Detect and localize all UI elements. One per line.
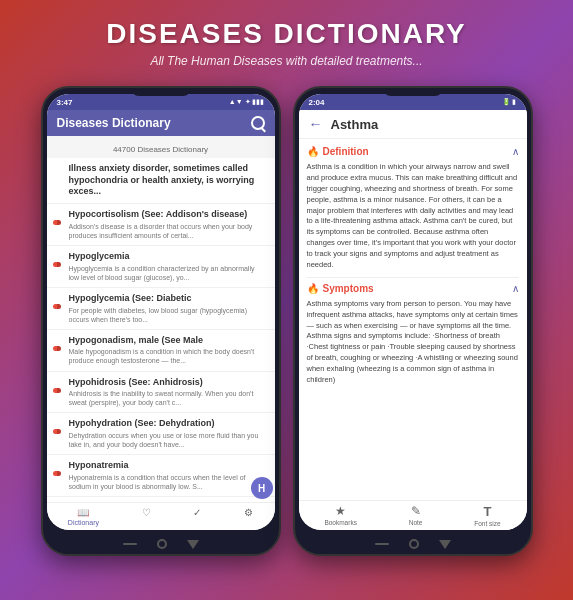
list-item[interactable]: Hyponatremia Hyponatremia is a condition…	[47, 455, 275, 497]
symptoms-text: Asthma symptoms vary from person to pers…	[307, 299, 519, 386]
disease-name: Hypocortisolism (See: Addison's disease)	[69, 209, 267, 221]
phone-detail: 2:04 🔋 ▮ ← Asthma 🔥 Definition ∧ Asthma …	[293, 86, 533, 556]
phone-bottom-2	[295, 534, 531, 554]
heart-icon: ♡	[142, 507, 151, 518]
phone-back-btn	[157, 539, 167, 549]
disease-desc: Addison's disease is a disorder that occ…	[69, 222, 267, 240]
list-item[interactable]: Hypoglycemia (See: Diabetic For people w…	[47, 288, 275, 330]
phone-back-btn-2	[409, 539, 419, 549]
phone-notch	[131, 88, 191, 96]
status-icons-2: 🔋 ▮	[502, 98, 517, 106]
disease-desc: Anhidrosis is the inability to sweat nor…	[69, 389, 267, 407]
avatar[interactable]: H	[251, 477, 273, 499]
nav-label-dictionary: Dictionary	[68, 519, 99, 526]
definition-text: Asthma is a condition in which your airw…	[307, 162, 519, 271]
disease-name: Illness anxiety disorder, sometimes call…	[69, 163, 267, 198]
nav-label-fontsize: Font size	[474, 520, 500, 527]
symptoms-section-header: 🔥 Symptoms ∧	[307, 282, 519, 296]
nav-item-check[interactable]: ✓	[193, 507, 201, 526]
list-item[interactable]: Illness anxiety disorder, sometimes call…	[47, 158, 275, 204]
nav-item-favorites[interactable]: ♡	[142, 507, 151, 526]
gear-icon: ⚙	[244, 507, 253, 518]
nav-fontsize[interactable]: T Font size	[474, 504, 500, 527]
list-item[interactable]: Hypocortisolism (See: Addison's disease)…	[47, 204, 275, 246]
status-time-1: 3:47	[57, 98, 73, 107]
status-bar-2: 2:04 🔋 ▮	[299, 94, 527, 110]
disease-list: Illness anxiety disorder, sometimes call…	[47, 158, 275, 502]
header-section: DISEASES DICTIONARY All The Human Diseas…	[0, 0, 573, 78]
divider	[307, 277, 519, 278]
bottom-nav-1: 📖 Dictionary ♡ ✓ ⚙	[47, 502, 275, 530]
list-item[interactable]: Hypohidrosis (See: Anhidrosis) Anhidrosi…	[47, 372, 275, 414]
nav-label-bookmarks: Bookmarks	[324, 519, 357, 526]
symptoms-title: 🔥 Symptoms	[307, 282, 374, 296]
disease-name: Hyponatremia	[69, 460, 267, 472]
status-icons-1: ▲▼ ✦ ▮▮▮	[229, 98, 265, 106]
definition-toggle[interactable]: ∧	[512, 145, 519, 159]
list-item[interactable]: Hypogonadism, male (See Male Male hypogo…	[47, 330, 275, 372]
disease-desc: Male hypogonadism is a condition in whic…	[69, 347, 267, 365]
bottom-nav-detail: ★ Bookmarks ✎ Note T Font size	[299, 500, 527, 530]
disease-name: Hypohidrosis (See: Anhidrosis)	[69, 377, 267, 389]
bookmark-icon: ★	[335, 504, 346, 518]
detail-title: Asthma	[331, 117, 379, 132]
phone-bottom-1	[43, 534, 279, 554]
phone-nav-btn-2	[439, 540, 451, 549]
check-icon: ✓	[193, 507, 201, 518]
list-item[interactable]: Hypoglycemia Hypoglycemia is a condition…	[47, 246, 275, 288]
phone-list: 3:47 ▲▼ ✦ ▮▮▮ Diseases Dictionary 44700 …	[41, 86, 281, 556]
app-header-title-1: Diseases Dictionary	[57, 116, 171, 130]
list-item[interactable]: Hypohydration (See: Dehydration) Dehydra…	[47, 413, 275, 455]
disease-desc: For people with diabetes, low blood suga…	[69, 306, 267, 324]
nav-item-dictionary[interactable]: 📖 Dictionary	[68, 507, 99, 526]
disease-name: Hypoglycemia (See: Diabetic	[69, 293, 267, 305]
disease-desc: Hyponatremia is a condition that occurs …	[69, 473, 267, 491]
subtitle: All The Human Diseases with detailed tre…	[20, 54, 553, 68]
phone-screen-2: 2:04 🔋 ▮ ← Asthma 🔥 Definition ∧ Asthma …	[299, 94, 527, 530]
app-header-detail: ← Asthma	[299, 110, 527, 139]
nav-note[interactable]: ✎ Note	[409, 504, 423, 527]
fontsize-icon: T	[483, 504, 491, 519]
phone-screen-1: 3:47 ▲▼ ✦ ▮▮▮ Diseases Dictionary 44700 …	[47, 94, 275, 530]
definition-section-header: 🔥 Definition ∧	[307, 145, 519, 159]
nav-bookmarks[interactable]: ★ Bookmarks	[324, 504, 357, 527]
list-item[interactable]: Hypoparathyroidism	[47, 497, 275, 502]
main-title: DISEASES DICTIONARY	[20, 18, 553, 50]
back-button[interactable]: ←	[309, 116, 323, 132]
badge-text: 44700 Diseases Dictionary	[113, 145, 208, 154]
note-icon: ✎	[411, 504, 421, 518]
phone-nav-btn	[187, 540, 199, 549]
detail-content: 🔥 Definition ∧ Asthma is a condition in …	[299, 139, 527, 500]
disease-name: Hypohydration (See: Dehydration)	[69, 418, 267, 430]
definition-icon: 🔥	[307, 145, 319, 159]
nav-label-note: Note	[409, 519, 423, 526]
phone-home-btn	[123, 543, 137, 545]
phones-container: 3:47 ▲▼ ✦ ▮▮▮ Diseases Dictionary 44700 …	[25, 78, 549, 600]
status-bar-1: 3:47 ▲▼ ✦ ▮▮▮	[47, 94, 275, 110]
status-time-2: 2:04	[309, 98, 325, 107]
symptoms-icon: 🔥	[307, 282, 319, 296]
disease-name: Hypoglycemia	[69, 251, 267, 263]
symptoms-toggle[interactable]: ∧	[512, 282, 519, 296]
app-header-1: Diseases Dictionary	[47, 110, 275, 136]
search-icon[interactable]	[251, 116, 265, 130]
phone-notch-2	[383, 88, 443, 96]
phone-home-btn-2	[375, 543, 389, 545]
book-icon: 📖	[77, 507, 89, 518]
definition-title: 🔥 Definition	[307, 145, 369, 159]
disease-name: Hypogonadism, male (See Male	[69, 335, 267, 347]
disease-desc: Hypoglycemia is a condition characterize…	[69, 264, 267, 282]
nav-item-settings[interactable]: ⚙	[244, 507, 253, 526]
disease-desc: Dehydration occurs when you use or lose …	[69, 431, 267, 449]
